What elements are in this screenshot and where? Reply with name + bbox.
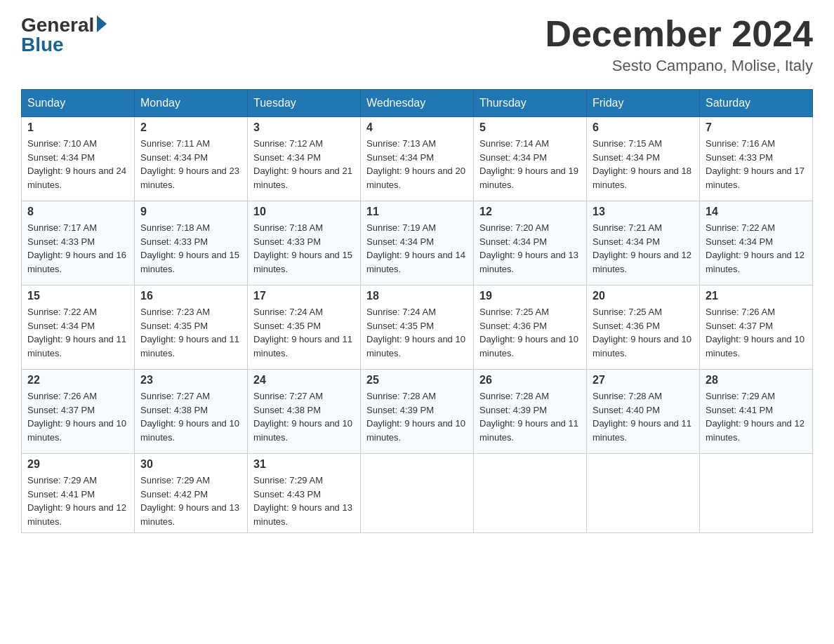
day-info: Sunrise: 7:22 AMSunset: 4:34 PMDaylight:… xyxy=(27,305,128,360)
day-info: Sunrise: 7:11 AMSunset: 4:34 PMDaylight:… xyxy=(140,137,241,192)
calendar-cell: 21Sunrise: 7:26 AMSunset: 4:37 PMDayligh… xyxy=(700,286,813,370)
day-info: Sunrise: 7:28 AMSunset: 4:40 PMDaylight:… xyxy=(593,389,694,444)
day-number: 11 xyxy=(366,206,468,218)
day-info: Sunrise: 7:22 AMSunset: 4:34 PMDaylight:… xyxy=(706,221,807,276)
day-info: Sunrise: 7:29 AMSunset: 4:41 PMDaylight:… xyxy=(706,389,807,444)
calendar-cell: 15Sunrise: 7:22 AMSunset: 4:34 PMDayligh… xyxy=(22,286,135,370)
day-number: 5 xyxy=(479,121,581,134)
calendar-week-row: 29Sunrise: 7:29 AMSunset: 4:41 PMDayligh… xyxy=(22,454,813,533)
weekday-header-saturday: Saturday xyxy=(700,90,813,117)
day-info: Sunrise: 7:24 AMSunset: 4:35 PMDaylight:… xyxy=(366,305,468,360)
day-info: Sunrise: 7:28 AMSunset: 4:39 PMDaylight:… xyxy=(366,389,468,444)
day-number: 22 xyxy=(27,374,128,387)
calendar-cell: 16Sunrise: 7:23 AMSunset: 4:35 PMDayligh… xyxy=(135,286,248,370)
calendar-week-row: 15Sunrise: 7:22 AMSunset: 4:34 PMDayligh… xyxy=(22,286,813,370)
calendar-header-row: SundayMondayTuesdayWednesdayThursdayFrid… xyxy=(22,90,813,117)
day-info: Sunrise: 7:21 AMSunset: 4:34 PMDaylight:… xyxy=(593,221,694,276)
calendar-cell: 31Sunrise: 7:29 AMSunset: 4:43 PMDayligh… xyxy=(248,454,361,533)
day-info: Sunrise: 7:25 AMSunset: 4:36 PMDaylight:… xyxy=(479,305,581,360)
calendar-table: SundayMondayTuesdayWednesdayThursdayFrid… xyxy=(21,89,813,533)
day-number: 2 xyxy=(140,121,241,134)
day-number: 19 xyxy=(479,290,581,302)
day-number: 28 xyxy=(706,374,807,387)
day-number: 10 xyxy=(253,206,355,218)
day-number: 16 xyxy=(140,290,241,302)
calendar-cell: 1Sunrise: 7:10 AMSunset: 4:34 PMDaylight… xyxy=(22,117,135,201)
calendar-cell: 24Sunrise: 7:27 AMSunset: 4:38 PMDayligh… xyxy=(248,370,361,454)
day-number: 9 xyxy=(140,206,241,218)
day-info: Sunrise: 7:18 AMSunset: 4:33 PMDaylight:… xyxy=(140,221,241,276)
calendar-cell: 25Sunrise: 7:28 AMSunset: 4:39 PMDayligh… xyxy=(361,370,474,454)
day-number: 1 xyxy=(27,121,128,134)
calendar-week-row: 1Sunrise: 7:10 AMSunset: 4:34 PMDaylight… xyxy=(22,117,813,201)
calendar-cell: 10Sunrise: 7:18 AMSunset: 4:33 PMDayligh… xyxy=(248,201,361,286)
calendar-cell: 19Sunrise: 7:25 AMSunset: 4:36 PMDayligh… xyxy=(474,286,587,370)
weekday-header-thursday: Thursday xyxy=(474,90,587,117)
calendar-cell xyxy=(474,454,587,533)
day-info: Sunrise: 7:24 AMSunset: 4:35 PMDaylight:… xyxy=(253,305,355,360)
calendar-cell: 29Sunrise: 7:29 AMSunset: 4:41 PMDayligh… xyxy=(22,454,135,533)
calendar-cell xyxy=(361,454,474,533)
calendar-cell: 17Sunrise: 7:24 AMSunset: 4:35 PMDayligh… xyxy=(248,286,361,370)
day-number: 20 xyxy=(593,290,694,302)
day-number: 31 xyxy=(253,458,355,471)
title-section: December 2024 Sesto Campano, Molise, Ita… xyxy=(545,14,813,75)
page-header: General Blue December 2024 Sesto Campano… xyxy=(21,14,813,75)
day-info: Sunrise: 7:20 AMSunset: 4:34 PMDaylight:… xyxy=(479,221,581,276)
day-info: Sunrise: 7:27 AMSunset: 4:38 PMDaylight:… xyxy=(253,389,355,444)
weekday-header-friday: Friday xyxy=(587,90,700,117)
day-number: 30 xyxy=(140,458,241,471)
logo: General Blue xyxy=(21,14,107,56)
day-info: Sunrise: 7:19 AMSunset: 4:34 PMDaylight:… xyxy=(366,221,468,276)
day-info: Sunrise: 7:29 AMSunset: 4:42 PMDaylight:… xyxy=(140,474,241,528)
location-title: Sesto Campano, Molise, Italy xyxy=(545,57,813,75)
logo-arrow-icon xyxy=(97,15,107,32)
day-number: 24 xyxy=(253,374,355,387)
day-info: Sunrise: 7:10 AMSunset: 4:34 PMDaylight:… xyxy=(27,137,128,192)
calendar-cell: 18Sunrise: 7:24 AMSunset: 4:35 PMDayligh… xyxy=(361,286,474,370)
day-info: Sunrise: 7:17 AMSunset: 4:33 PMDaylight:… xyxy=(27,221,128,276)
calendar-cell: 22Sunrise: 7:26 AMSunset: 4:37 PMDayligh… xyxy=(22,370,135,454)
calendar-cell: 23Sunrise: 7:27 AMSunset: 4:38 PMDayligh… xyxy=(135,370,248,454)
calendar-cell: 28Sunrise: 7:29 AMSunset: 4:41 PMDayligh… xyxy=(700,370,813,454)
day-info: Sunrise: 7:28 AMSunset: 4:39 PMDaylight:… xyxy=(479,389,581,444)
day-number: 25 xyxy=(366,374,468,387)
day-number: 15 xyxy=(27,290,128,302)
day-number: 17 xyxy=(253,290,355,302)
calendar-cell: 4Sunrise: 7:13 AMSunset: 4:34 PMDaylight… xyxy=(361,117,474,201)
day-info: Sunrise: 7:18 AMSunset: 4:33 PMDaylight:… xyxy=(253,221,355,276)
day-number: 26 xyxy=(479,374,581,387)
day-info: Sunrise: 7:14 AMSunset: 4:34 PMDaylight:… xyxy=(479,137,581,192)
day-number: 27 xyxy=(593,374,694,387)
calendar-cell: 7Sunrise: 7:16 AMSunset: 4:33 PMDaylight… xyxy=(700,117,813,201)
day-info: Sunrise: 7:12 AMSunset: 4:34 PMDaylight:… xyxy=(253,137,355,192)
calendar-cell: 9Sunrise: 7:18 AMSunset: 4:33 PMDaylight… xyxy=(135,201,248,286)
day-info: Sunrise: 7:29 AMSunset: 4:41 PMDaylight:… xyxy=(27,474,128,528)
day-info: Sunrise: 7:26 AMSunset: 4:37 PMDaylight:… xyxy=(27,389,128,444)
calendar-cell: 11Sunrise: 7:19 AMSunset: 4:34 PMDayligh… xyxy=(361,201,474,286)
day-info: Sunrise: 7:27 AMSunset: 4:38 PMDaylight:… xyxy=(140,389,241,444)
day-info: Sunrise: 7:15 AMSunset: 4:34 PMDaylight:… xyxy=(593,137,694,192)
day-number: 13 xyxy=(593,206,694,218)
day-number: 6 xyxy=(593,121,694,134)
calendar-week-row: 22Sunrise: 7:26 AMSunset: 4:37 PMDayligh… xyxy=(22,370,813,454)
calendar-cell: 6Sunrise: 7:15 AMSunset: 4:34 PMDaylight… xyxy=(587,117,700,201)
calendar-cell: 3Sunrise: 7:12 AMSunset: 4:34 PMDaylight… xyxy=(248,117,361,201)
calendar-cell: 13Sunrise: 7:21 AMSunset: 4:34 PMDayligh… xyxy=(587,201,700,286)
calendar-cell xyxy=(700,454,813,533)
day-number: 7 xyxy=(706,121,807,134)
calendar-cell: 30Sunrise: 7:29 AMSunset: 4:42 PMDayligh… xyxy=(135,454,248,533)
day-number: 12 xyxy=(479,206,581,218)
calendar-cell: 26Sunrise: 7:28 AMSunset: 4:39 PMDayligh… xyxy=(474,370,587,454)
day-number: 3 xyxy=(253,121,355,134)
calendar-cell: 12Sunrise: 7:20 AMSunset: 4:34 PMDayligh… xyxy=(474,201,587,286)
day-info: Sunrise: 7:29 AMSunset: 4:43 PMDaylight:… xyxy=(253,474,355,528)
logo-blue-text: Blue xyxy=(21,34,64,56)
month-title: December 2024 xyxy=(545,14,813,54)
day-info: Sunrise: 7:25 AMSunset: 4:36 PMDaylight:… xyxy=(593,305,694,360)
day-number: 8 xyxy=(27,206,128,218)
calendar-cell xyxy=(587,454,700,533)
calendar-week-row: 8Sunrise: 7:17 AMSunset: 4:33 PMDaylight… xyxy=(22,201,813,286)
day-info: Sunrise: 7:13 AMSunset: 4:34 PMDaylight:… xyxy=(366,137,468,192)
day-number: 29 xyxy=(27,458,128,471)
